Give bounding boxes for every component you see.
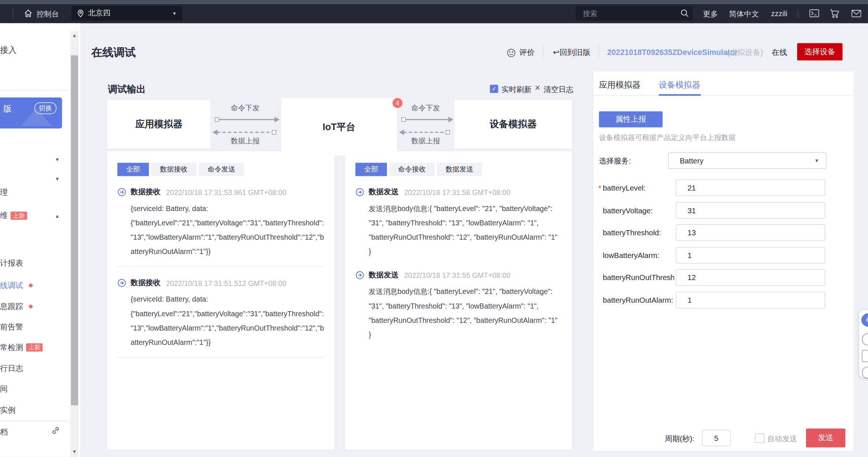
log-entry-time: 2022/10/18 17:31:51.512 GMT+08:00 bbox=[166, 279, 286, 287]
version-switch-button[interactable]: 切换 bbox=[34, 102, 56, 114]
flow-label-data-up-2: 数据上报 bbox=[411, 136, 440, 146]
back-to-old-link[interactable]: ↩回到旧版 bbox=[553, 48, 590, 58]
scrollbar-thumb[interactable] bbox=[71, 55, 78, 405]
field-label-batteryRunOutAlarm: batteryRunOutAlarm: bbox=[603, 296, 674, 305]
flow-label-cmd-down-1: 命令下发 bbox=[231, 103, 260, 113]
chevron-down-icon: ▼ bbox=[172, 11, 177, 16]
online-debug-page: 控制台 北京四 ▼ 更多 简体中文 zzzili 接入 bbox=[0, 0, 868, 457]
service-select-label: 选择服务: bbox=[599, 156, 631, 166]
auto-send-checkbox[interactable] bbox=[755, 434, 765, 443]
flow-node-app-simulator: 应用模拟器 bbox=[107, 100, 210, 148]
flow-node-iot-platform: IoT平台 bbox=[281, 98, 397, 155]
sidebar-section-access[interactable]: 接入 bbox=[0, 45, 16, 55]
batteryThreshold-input[interactable] bbox=[676, 224, 825, 241]
scroll-down-icon[interactable]: ▼ bbox=[70, 449, 79, 454]
sidebar-item-manage[interactable]: 理 bbox=[0, 188, 8, 198]
sidebar-item-docs[interactable]: 档 bbox=[0, 427, 8, 437]
cart-icon[interactable] bbox=[829, 6, 841, 21]
service-select[interactable]: Battery ▼ bbox=[668, 152, 827, 169]
device-log-column: 全部 命令接收 数据发送 数据发送 2022/10/18 17:31:58 GM… bbox=[346, 151, 572, 449]
document-icon[interactable] bbox=[862, 350, 868, 362]
tab-command-receive[interactable]: 命令接收 bbox=[389, 163, 435, 176]
batteryRunOutAlarm-input[interactable] bbox=[676, 292, 825, 308]
device-type-label: (虚拟设备) bbox=[727, 48, 763, 58]
service-select-value: Battery bbox=[680, 156, 703, 165]
sidebar-collapse-arrow-1[interactable]: ▼ bbox=[55, 157, 60, 162]
sidebar-item-space[interactable]: 间 bbox=[0, 384, 8, 394]
log-entry: 数据接收 2022/10/18 17:31:53.961 GMT+08:00 {… bbox=[117, 187, 324, 259]
search-icon[interactable] bbox=[680, 9, 689, 18]
sidebar-scrollbar[interactable]: ▲ ▼ bbox=[70, 31, 79, 457]
batteryLevel-input[interactable] bbox=[676, 179, 825, 196]
lowBatteryAlarm-input[interactable] bbox=[676, 247, 825, 263]
sidebar-collapse-arrow-3[interactable]: ▲ bbox=[55, 213, 60, 219]
sidebar-item-message-trace[interactable]: 息跟踪 bbox=[0, 302, 23, 312]
language-selector[interactable]: 简体中文 bbox=[729, 10, 759, 19]
log-entry-time: 2022/10/18 17:31:58 GMT+08:00 bbox=[404, 188, 510, 196]
notification-badge[interactable]: 6 bbox=[861, 313, 868, 327]
send-button[interactable]: 发送 bbox=[806, 428, 845, 447]
sidebar-item-reports[interactable]: 计报表 bbox=[0, 259, 23, 269]
more-menu[interactable]: 更多 bbox=[703, 10, 718, 19]
realtime-refresh-checkbox[interactable]: ✓ bbox=[490, 85, 498, 93]
console-link[interactable]: 控制台 bbox=[37, 10, 59, 19]
log-entry-body: 发送消息body信息:{ "batteryLevel": "21", "batt… bbox=[369, 202, 562, 259]
select-device-button[interactable]: 选择设备 bbox=[797, 43, 843, 60]
help-icon[interactable] bbox=[862, 366, 868, 379]
simulator-panel: 应用模拟器 设备模拟器 属性上报 设备模拟器可根据产品定义向平台上报数据 选择服… bbox=[594, 71, 854, 451]
scroll-up-icon[interactable]: ▲ bbox=[70, 33, 79, 38]
sidebar-item-current-alarms[interactable]: 前告警 bbox=[0, 322, 23, 332]
log-arrow-icon bbox=[355, 271, 364, 280]
smiley-icon[interactable] bbox=[505, 45, 517, 60]
clear-log-label[interactable]: 清空日志 bbox=[544, 85, 574, 95]
sidebar-item-run-logs[interactable]: 行日志 bbox=[0, 364, 23, 374]
sidebar-collapse-arrow-2[interactable]: ▼ bbox=[55, 176, 60, 181]
tab-command-send[interactable]: 命令发送 bbox=[199, 163, 244, 176]
sidebar-item-ops[interactable]: 维上新 bbox=[0, 211, 27, 221]
tab-device-simulator[interactable]: 设备模拟器 bbox=[659, 80, 700, 91]
log-divider bbox=[117, 266, 324, 267]
panel-tab-divider bbox=[594, 95, 854, 96]
report-property-button[interactable]: 属性上报 bbox=[599, 111, 663, 128]
tab-app-simulator[interactable]: 应用模拟器 bbox=[599, 80, 640, 91]
support-icon[interactable] bbox=[862, 333, 868, 346]
tab-data-send[interactable]: 数据发送 bbox=[437, 163, 482, 176]
tab-data-receive[interactable]: 数据接收 bbox=[151, 163, 196, 176]
batteryVoltage-input[interactable] bbox=[676, 202, 825, 218]
flow-arrow-cmd-1 bbox=[216, 119, 275, 120]
flow-label-cmd-down-2: 命令下发 bbox=[411, 103, 440, 113]
topbar-divider bbox=[13, 9, 14, 19]
sidebar-version-card[interactable]: 版 切换 bbox=[0, 97, 62, 129]
batteryRunOutThreshold-input[interactable] bbox=[676, 269, 825, 285]
clear-log-icon[interactable]: × bbox=[535, 82, 540, 93]
tab-all-left[interactable]: 全部 bbox=[117, 163, 149, 176]
region-selector[interactable]: 北京四 ▼ bbox=[71, 6, 182, 21]
feedback-link[interactable]: 评价 bbox=[519, 48, 535, 58]
external-link-icon[interactable] bbox=[52, 426, 60, 437]
field-label-batteryLevel: batteryLevel: bbox=[603, 184, 674, 192]
chevron-down-icon: ▼ bbox=[815, 158, 819, 163]
tab-all-right[interactable]: 全部 bbox=[355, 163, 387, 176]
topbar-divider-2 bbox=[798, 10, 798, 18]
terminal-icon[interactable] bbox=[808, 6, 820, 21]
period-input[interactable] bbox=[702, 430, 731, 446]
flow-node-device-simulator: 设备模拟器 bbox=[454, 100, 572, 148]
sidebar-item-instance[interactable]: 实例 bbox=[0, 405, 15, 415]
field-label-batteryRunOutThreshold: batteryRunOutThreshold: bbox=[603, 273, 674, 282]
mail-icon[interactable] bbox=[850, 6, 863, 21]
device-name-link[interactable]: 20221018T092635ZDeviceSimulator bbox=[607, 48, 738, 56]
search-input[interactable] bbox=[576, 9, 680, 18]
sidebar-item-anomaly-detect[interactable]: 常检测上新 bbox=[0, 343, 43, 353]
username-menu[interactable]: zzzili bbox=[771, 10, 787, 18]
page-title: 在线调试 bbox=[91, 45, 136, 60]
active-tab-underline bbox=[659, 94, 701, 96]
home-icon[interactable] bbox=[22, 6, 34, 21]
flow-label-data-up-1: 数据上报 bbox=[231, 136, 260, 146]
log-arrow-icon bbox=[117, 279, 126, 287]
period-label: 周期(秒): bbox=[665, 434, 694, 444]
log-arrow-icon bbox=[117, 188, 126, 196]
online-debug-dot bbox=[29, 284, 33, 288]
sidebar-item-online-debug[interactable]: 线调试 bbox=[0, 281, 23, 291]
log-entry-type: 数据发送 bbox=[369, 270, 399, 280]
log-arrow-icon bbox=[355, 188, 364, 196]
